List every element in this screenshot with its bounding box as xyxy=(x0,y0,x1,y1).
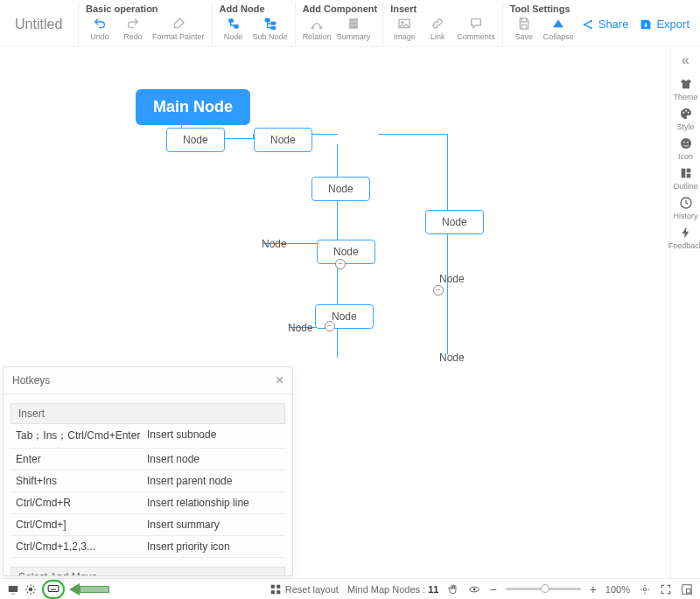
tree-node[interactable]: Node xyxy=(315,304,374,329)
link-icon xyxy=(430,17,444,31)
hotkey-desc: Insert priority icon xyxy=(147,540,280,553)
collapse-toggle[interactable]: − xyxy=(325,321,335,331)
tool-label: Comments xyxy=(457,32,495,41)
panel-title: Hotkeys xyxy=(12,374,50,387)
fullscreen-icon[interactable] xyxy=(660,583,672,596)
svg-line-34 xyxy=(33,585,34,586)
tree-leaf[interactable]: Node xyxy=(288,322,313,334)
right-rail: « ThemeStyleIconOutlineHistoryFeedback xyxy=(670,47,700,578)
toolbar-group: Add NodeNodeSub Node xyxy=(212,2,295,46)
export-button[interactable]: Export xyxy=(639,17,690,31)
svg-line-33 xyxy=(27,591,28,592)
zoom-out-button[interactable]: − xyxy=(489,582,496,596)
top-actions: Share Export xyxy=(581,2,693,46)
svg-rect-4 xyxy=(270,26,275,29)
columns-icon xyxy=(679,166,693,180)
hotkey-keys: Tab；Ins；Ctrl/Cmd+Enter xyxy=(16,428,147,443)
clock-icon xyxy=(679,196,693,210)
hotkey-keys: Enter xyxy=(16,453,147,465)
undo-button[interactable]: Undo xyxy=(84,15,116,45)
tree-node[interactable]: Node xyxy=(317,240,375,264)
panel-close-button[interactable]: × xyxy=(276,373,284,388)
svg-rect-44 xyxy=(276,590,280,594)
reset-layout-button[interactable]: Reset layout xyxy=(270,583,339,596)
tool-label: Sub Node xyxy=(253,32,288,41)
summary-button[interactable]: Summary xyxy=(335,15,373,45)
share-button[interactable]: Share xyxy=(581,17,629,31)
undo-icon xyxy=(93,17,107,31)
collapse-button[interactable]: Collapse xyxy=(542,15,576,45)
rail-label: Feedback xyxy=(668,241,700,250)
tree-leaf[interactable]: Node xyxy=(262,238,287,250)
svg-point-14 xyxy=(590,26,592,29)
rail-outline[interactable]: Outline xyxy=(668,166,700,191)
collapse-toggle[interactable]: − xyxy=(335,259,346,269)
tree-leaf[interactable]: Node xyxy=(439,352,465,364)
collapse-icon xyxy=(551,17,565,31)
rail-icon[interactable]: Icon xyxy=(668,136,700,161)
keyboard-icon xyxy=(47,582,60,595)
eye-icon[interactable] xyxy=(468,583,480,596)
comments-button[interactable]: Comments xyxy=(455,15,497,45)
svg-point-20 xyxy=(687,142,689,143)
toolbar-group: InsertImageLinkComments xyxy=(382,2,502,46)
image-button[interactable]: Image xyxy=(388,15,420,45)
svg-point-46 xyxy=(473,588,476,590)
fit-icon[interactable] xyxy=(639,583,651,596)
panel-body[interactable]: InsertTab；Ins；Ctrl/Cmd+EnterInsert subno… xyxy=(4,394,292,575)
node-button[interactable]: Node xyxy=(218,15,249,45)
rail-collapse-button[interactable]: « xyxy=(682,52,690,68)
top-toolbar: Untitled Basic operationUndoRedoFormat P… xyxy=(0,0,700,47)
rail-theme[interactable]: Theme xyxy=(668,77,700,101)
tool-label: Undo xyxy=(90,32,109,41)
nodes-count-label: Mind Map Nodes : 11 xyxy=(347,584,439,595)
group-title: Basic operation xyxy=(86,3,206,14)
tree-node[interactable]: Node xyxy=(312,177,370,201)
brightness-icon[interactable] xyxy=(24,583,37,596)
rail-feedback[interactable]: Feedback xyxy=(668,226,700,250)
image-icon xyxy=(397,17,411,31)
zoom-in-button[interactable]: + xyxy=(590,582,597,596)
document-title[interactable]: Untitled xyxy=(8,2,78,46)
tree-leaf[interactable]: Node xyxy=(439,273,465,285)
collapse-toggle[interactable]: − xyxy=(433,285,444,296)
svg-rect-1 xyxy=(234,24,238,28)
subnode-button[interactable]: Sub Node xyxy=(251,15,290,45)
svg-rect-41 xyxy=(271,584,275,588)
redo-button[interactable]: Redo xyxy=(117,15,149,45)
rail-style[interactable]: Style xyxy=(668,107,700,131)
rail-history[interactable]: History xyxy=(668,196,700,220)
rail-label: Style xyxy=(676,122,694,131)
group-title: Add Node xyxy=(220,3,290,14)
bottom-left-tools xyxy=(7,580,109,599)
svg-point-17 xyxy=(687,112,689,114)
hotkey-row: Ctrl/Cmd+1,2,3...Insert priority icon xyxy=(10,536,285,558)
svg-rect-49 xyxy=(686,589,690,593)
relation-button[interactable]: Relation xyxy=(301,15,333,45)
relation-icon xyxy=(310,17,324,31)
svg-point-18 xyxy=(681,138,691,149)
presentation-icon[interactable] xyxy=(7,583,19,596)
format-button[interactable]: Format Painter xyxy=(150,15,206,45)
rail-label: History xyxy=(673,212,697,220)
zoom-slider[interactable] xyxy=(506,588,581,590)
hotkey-keys: Shift+Ins xyxy=(16,475,147,487)
hotkeys-panel: Hotkeys × InsertTab；Ins；Ctrl/Cmd+EnterIn… xyxy=(3,366,293,576)
hand-icon[interactable] xyxy=(447,583,459,596)
link-button[interactable]: Link xyxy=(422,15,453,45)
hotkey-desc: Insert parent node xyxy=(147,475,280,487)
tool-label: Collapse xyxy=(543,32,574,41)
save-button[interactable]: Save xyxy=(508,15,540,45)
svg-rect-25 xyxy=(9,585,18,591)
tree-node[interactable]: Node xyxy=(254,128,312,152)
tree-node[interactable]: Node xyxy=(425,210,484,234)
minimap-icon[interactable] xyxy=(681,583,693,596)
hotkey-row: Ctrl/Cmd+RInsert relationship line xyxy=(10,492,285,514)
keyboard-shortcuts-button[interactable] xyxy=(42,580,65,599)
tree-node[interactable]: Node xyxy=(166,128,225,152)
main-node[interactable]: Main Node xyxy=(136,89,250,125)
tool-label: Image xyxy=(394,32,416,41)
group-title: Tool Settings xyxy=(510,3,576,14)
svg-point-47 xyxy=(643,588,647,591)
zoom-slider-thumb[interactable] xyxy=(541,584,550,593)
